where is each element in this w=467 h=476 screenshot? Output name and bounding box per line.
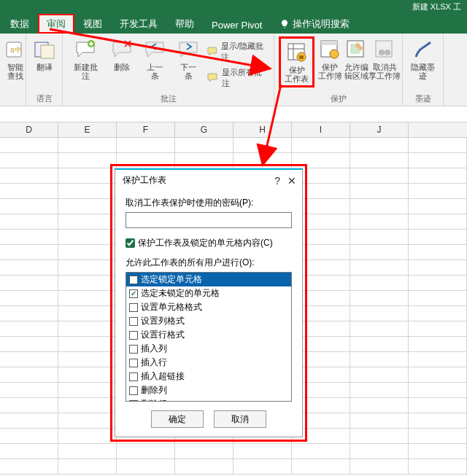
cell[interactable] [58,352,117,367]
cell[interactable] [0,168,58,184]
cell[interactable] [58,260,117,276]
cell[interactable] [58,444,117,459]
cell[interactable] [117,459,175,475]
cell[interactable] [58,276,117,291]
cell[interactable] [0,398,58,413]
checkbox-icon[interactable] [129,289,138,298]
cell[interactable] [58,367,117,383]
cell[interactable] [350,398,409,413]
next-comment-button[interactable]: 下一条 [174,36,203,82]
protect-sheet-button[interactable]: 保护 工作表 [282,39,312,85]
cell[interactable] [58,306,117,321]
cell[interactable] [409,245,467,260]
cell[interactable] [350,444,409,459]
checkbox-icon[interactable] [129,400,138,402]
cell[interactable] [409,214,467,230]
cell[interactable] [234,459,292,475]
cell[interactable] [350,153,409,168]
cell[interactable] [58,245,117,260]
permission-option[interactable]: 插入行 [126,356,291,370]
dialog-help-button[interactable]: ? [274,175,280,187]
permission-option[interactable]: 插入超链接 [126,370,291,383]
cell[interactable] [0,306,58,321]
cell[interactable] [117,138,175,153]
cell[interactable] [58,413,117,429]
cell[interactable] [350,138,409,153]
cell[interactable] [0,459,58,475]
col-header[interactable]: G [175,122,234,137]
cell[interactable] [175,138,234,153]
checkbox-icon[interactable] [129,345,138,354]
cell[interactable] [58,214,117,230]
col-header[interactable]: D [0,122,58,137]
cell[interactable] [0,444,58,459]
cell[interactable] [409,383,467,398]
allow-edit-ranges-button[interactable]: 允许编 辑区域 [345,36,367,82]
cell[interactable] [0,337,58,352]
cell[interactable] [0,321,58,337]
tab-dev[interactable]: 开发工具 [111,14,166,34]
cell[interactable] [409,367,467,383]
prev-comment-button[interactable]: 上一条 [141,36,170,82]
cell[interactable] [0,230,58,245]
password-input[interactable] [126,212,292,228]
col-header[interactable]: J [350,122,409,137]
cell[interactable] [409,138,467,153]
cell[interactable] [350,337,409,352]
hide-ink-button[interactable]: 隐藏墨 迹 [407,36,439,82]
cell[interactable] [58,321,117,337]
permissions-list[interactable]: 选定锁定单元格选定未锁定的单元格设置单元格格式设置列格式设置行格式插入列插入行插… [126,272,292,402]
permission-option[interactable]: 设置行格式 [126,328,291,342]
cell[interactable] [350,230,409,245]
cell[interactable] [0,429,58,444]
permission-option[interactable]: 删除列 [126,383,291,397]
cell[interactable] [292,444,350,459]
cell[interactable] [0,138,58,153]
cell[interactable] [409,413,467,429]
cell[interactable] [409,184,467,199]
checkbox-icon[interactable] [129,331,138,340]
cell[interactable] [0,352,58,367]
translate-button[interactable]: 翻译 [31,36,58,73]
cell[interactable] [0,184,58,199]
dialog-close-button[interactable]: ✕ [287,175,296,187]
tab-data[interactable]: 数据 [1,14,38,34]
cell[interactable] [409,199,467,214]
checkbox-icon[interactable] [129,276,138,284]
col-header[interactable]: H [234,122,292,137]
cancel-button[interactable]: 取消 [214,410,266,428]
cell[interactable] [58,153,117,168]
permission-option[interactable]: 设置单元格格式 [126,300,291,314]
cell[interactable] [234,138,292,153]
tab-view[interactable]: 视图 [74,14,111,34]
tab-help[interactable]: 帮助 [166,14,203,34]
cell[interactable] [58,184,117,199]
cell[interactable] [350,276,409,291]
cell[interactable] [0,413,58,429]
cell[interactable] [350,168,409,184]
cell[interactable] [350,383,409,398]
cell[interactable] [58,138,117,153]
cell[interactable] [409,398,467,413]
permission-option[interactable]: 删除行 [126,397,291,402]
cell[interactable] [0,367,58,383]
cell[interactable] [409,306,467,321]
cell[interactable] [0,245,58,260]
cell[interactable] [409,459,467,475]
cell[interactable] [0,276,58,291]
new-comment-button[interactable]: 新建批注 [67,36,104,82]
cell[interactable] [350,199,409,214]
checkbox-icon[interactable] [129,359,138,367]
cell[interactable] [409,444,467,459]
cell[interactable] [350,306,409,321]
cell[interactable] [350,291,409,306]
tab-tellme[interactable]: 操作说明搜索 [271,14,358,34]
checkbox-icon[interactable] [129,386,138,395]
checkbox-icon[interactable] [129,303,138,312]
col-header[interactable]: I [292,122,350,137]
cell[interactable] [58,230,117,245]
tab-power-pivot[interactable]: Power Pivot [203,16,271,34]
cell[interactable] [350,245,409,260]
cell[interactable] [0,383,58,398]
cell[interactable] [409,168,467,184]
